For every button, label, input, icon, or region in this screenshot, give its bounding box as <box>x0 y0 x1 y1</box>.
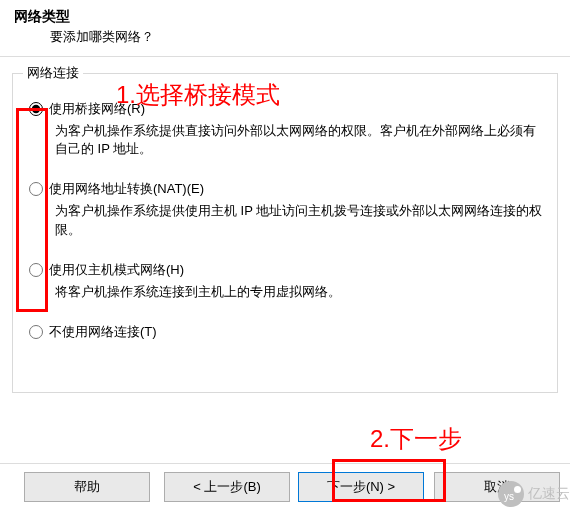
header-subtitle: 要添加哪类网络？ <box>14 26 560 46</box>
option-nat-desc: 为客户机操作系统提供使用主机 IP 地址访问主机拨号连接或外部以太网网络连接的权… <box>55 202 543 238</box>
radio-hostonly[interactable] <box>29 263 43 277</box>
option-none-row[interactable]: 不使用网络连接(T) <box>27 323 543 341</box>
option-nat-row[interactable]: 使用网络地址转换(NAT)(E) <box>27 180 543 198</box>
cancel-button[interactable]: 取消 <box>434 472 560 502</box>
option-bridged: 使用桥接网络(R) 为客户机操作系统提供直接访问外部以太网网络的权限。客户机在外… <box>27 100 543 158</box>
option-nat: 使用网络地址转换(NAT)(E) 为客户机操作系统提供使用主机 IP 地址访问主… <box>27 180 543 238</box>
wizard-button-bar: 帮助 < 上一步(B) 下一步(N) > 取消 <box>0 463 570 509</box>
option-nat-label: 使用网络地址转换(NAT)(E) <box>49 180 204 198</box>
header-divider <box>0 56 570 57</box>
option-none: 不使用网络连接(T) <box>27 323 543 341</box>
option-bridged-desc: 为客户机操作系统提供直接访问外部以太网网络的权限。客户机在外部网络上必须有自己的… <box>55 122 543 158</box>
option-hostonly-desc: 将客户机操作系统连接到主机上的专用虚拟网络。 <box>55 283 543 301</box>
radio-nat[interactable] <box>29 182 43 196</box>
option-hostonly-label: 使用仅主机模式网络(H) <box>49 261 184 279</box>
header-title: 网络类型 <box>14 8 560 26</box>
group-caption: 网络连接 <box>23 64 83 82</box>
network-connection-group: 网络连接 使用桥接网络(R) 为客户机操作系统提供直接访问外部以太网网络的权限。… <box>12 73 558 393</box>
help-button[interactable]: 帮助 <box>24 472 150 502</box>
option-none-label: 不使用网络连接(T) <box>49 323 157 341</box>
annotation-2-text: 2.下一步 <box>370 423 462 455</box>
wizard-header: 网络类型 要添加哪类网络？ <box>0 0 570 50</box>
back-button[interactable]: < 上一步(B) <box>164 472 290 502</box>
option-hostonly-row[interactable]: 使用仅主机模式网络(H) <box>27 261 543 279</box>
option-bridged-label: 使用桥接网络(R) <box>49 100 145 118</box>
option-hostonly: 使用仅主机模式网络(H) 将客户机操作系统连接到主机上的专用虚拟网络。 <box>27 261 543 301</box>
radio-none[interactable] <box>29 325 43 339</box>
radio-bridged[interactable] <box>29 102 43 116</box>
option-bridged-row[interactable]: 使用桥接网络(R) <box>27 100 543 118</box>
next-button[interactable]: 下一步(N) > <box>298 472 424 502</box>
